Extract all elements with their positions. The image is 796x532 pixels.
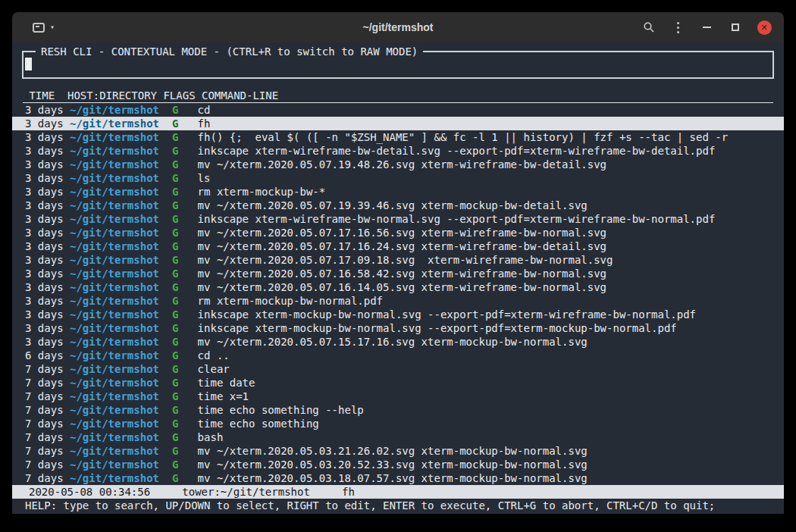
history-row[interactable]: 7 days ~/git/termshot G mv ~/xterm.2020.… xyxy=(12,444,784,458)
history-row[interactable]: 3 days ~/git/termshot G rm xterm-mockup-… xyxy=(12,185,784,199)
time-cell: 3 days xyxy=(25,213,70,225)
search-input[interactable]: RESH CLI - CONTEXTUAL MODE - (CTRL+R to … xyxy=(22,51,774,79)
command-cell: mv ~/xterm.2020.05.07.17.09.18.svg xterm… xyxy=(198,254,613,266)
command-cell: mv ~/xterm.2020.05.03.18.07.57.svg xterm… xyxy=(198,472,588,484)
search-button[interactable] xyxy=(640,18,658,36)
command-cell: bash xyxy=(198,431,224,443)
time-cell: 7 days xyxy=(25,418,70,430)
terminal-screen: RESH CLI - CONTEXTUAL MODE - (CTRL+R to … xyxy=(12,42,784,514)
command-cell: mv ~/xterm.2020.05.03.20.52.33.svg xterm… xyxy=(198,458,588,471)
history-row[interactable]: 3 days ~/git/termshot G mv ~/xterm.2020.… xyxy=(12,280,784,294)
command-cell: inkscape xterm-wireframe-bw-detail.svg -… xyxy=(198,145,716,157)
history-row[interactable]: 3 days ~/git/termshot G mv ~/xterm.2020.… xyxy=(12,239,784,253)
history-row[interactable]: 3 days ~/git/termshot G inkscape xterm-m… xyxy=(12,308,784,321)
time-cell: 3 days xyxy=(25,308,70,321)
kebab-menu-icon xyxy=(677,22,679,33)
command-cell: fh xyxy=(198,117,211,130)
time-cell: 3 days xyxy=(25,254,70,266)
host-cell: ~/git/termshot xyxy=(70,458,172,471)
new-terminal-button[interactable]: ▾ xyxy=(29,20,58,36)
minimize-icon xyxy=(703,27,711,28)
history-row[interactable]: 3 days ~/git/termshot G ls xyxy=(12,171,784,185)
time-cell: 3 days xyxy=(25,240,70,252)
command-cell: mv ~/xterm.2020.05.07.19.39.46.svg xterm… xyxy=(198,199,588,211)
host-cell: ~/git/termshot xyxy=(70,104,172,116)
flag-cell: G xyxy=(172,472,198,484)
history-row[interactable]: 7 days ~/git/termshot G time date xyxy=(12,376,784,390)
history-row[interactable]: 3 days ~/git/termshot G inkscape xterm-m… xyxy=(12,321,784,335)
time-cell: 3 days xyxy=(25,281,70,293)
flag-cell: G xyxy=(172,295,198,307)
command-cell: clear xyxy=(198,363,230,375)
close-button[interactable]: ✕ xyxy=(755,18,773,36)
host-cell: ~/git/termshot xyxy=(70,322,172,334)
history-row[interactable]: 7 days ~/git/termshot G time echo someth… xyxy=(12,403,784,417)
flag-cell: G xyxy=(172,418,198,430)
flag-cell: G xyxy=(172,404,198,416)
history-row[interactable]: 7 days ~/git/termshot G clear xyxy=(12,362,784,376)
command-cell: cd .. xyxy=(198,349,230,361)
minimize-button[interactable] xyxy=(697,18,716,36)
host-cell: ~/git/termshot xyxy=(70,117,172,130)
time-cell: 7 days xyxy=(25,390,70,402)
history-row[interactable]: 3 days ~/git/termshot G inkscape xterm-w… xyxy=(12,144,784,158)
history-row[interactable]: 3 days ~/git/termshot G inkscape xterm-w… xyxy=(12,212,784,226)
history-row[interactable]: 3 days ~/git/termshot G mv ~/xterm.2020.… xyxy=(12,158,784,171)
history-row[interactable]: 7 days ~/git/termshot G bash xyxy=(12,430,784,444)
search-icon xyxy=(643,21,655,33)
time-cell: 7 days xyxy=(25,431,70,443)
history-row[interactable]: 7 days ~/git/termshot G time x=1 xyxy=(12,390,784,403)
history-row[interactable]: 3 days ~/git/termshot G mv ~/xterm.2020.… xyxy=(12,267,784,280)
host-cell: ~/git/termshot xyxy=(70,281,172,293)
command-cell: mv ~/xterm.2020.05.07.17.16.24.svg xterm… xyxy=(198,240,606,252)
host-cell: ~/git/termshot xyxy=(70,158,172,171)
status-bar: 2020-05-08 00:34:56tower:~/git/termshotf… xyxy=(12,485,784,499)
flag-cell: G xyxy=(172,131,198,143)
history-row[interactable]: 6 days ~/git/termshot G cd .. xyxy=(12,349,784,362)
host-cell: ~/git/termshot xyxy=(70,131,172,143)
history-row[interactable]: 3 days ~/git/termshot G rm xterm-mockup-… xyxy=(12,294,784,308)
status-command: fh xyxy=(342,486,355,498)
history-row[interactable]: 7 days ~/git/termshot G mv ~/xterm.2020.… xyxy=(12,471,784,485)
command-cell: time x=1 xyxy=(198,390,249,402)
command-cell: mv ~/xterm.2020.05.07.16.14.05.svg xterm… xyxy=(198,281,606,293)
history-row[interactable]: 7 days ~/git/termshot G time echo someth… xyxy=(12,417,784,430)
history-row[interactable]: 3 days ~/git/termshot G mv ~/xterm.2020.… xyxy=(12,199,784,212)
command-cell: time echo something xyxy=(198,418,319,430)
time-cell: 6 days xyxy=(25,349,70,361)
history-row[interactable]: 3 days ~/git/termshot G mv ~/xterm.2020.… xyxy=(12,226,784,239)
command-cell: cd xyxy=(198,104,211,116)
restore-icon xyxy=(732,23,739,31)
restore-button[interactable] xyxy=(726,18,744,36)
time-cell: 3 days xyxy=(25,295,70,307)
flag-cell: G xyxy=(172,213,198,225)
time-cell: 7 days xyxy=(25,458,70,471)
time-cell: 7 days xyxy=(25,404,70,416)
time-cell: 3 days xyxy=(25,336,70,348)
history-row[interactable]: 3 days ~/git/termshot G cd xyxy=(12,103,784,117)
flag-cell: G xyxy=(172,117,198,130)
command-cell: mv ~/xterm.2020.05.03.21.26.02.svg xterm… xyxy=(198,445,588,457)
mode-legend: RESH CLI - CONTEXTUAL MODE - (CTRL+R to … xyxy=(36,45,423,58)
flag-cell: G xyxy=(172,336,198,348)
time-cell: 7 days xyxy=(25,363,70,375)
history-row[interactable]: 7 days ~/git/termshot G mv ~/xterm.2020.… xyxy=(12,458,784,471)
host-cell: ~/git/termshot xyxy=(70,295,172,307)
host-cell: ~/git/termshot xyxy=(70,390,172,402)
command-cell: mv ~/xterm.2020.05.07.16.58.42.svg xterm… xyxy=(198,268,606,280)
host-cell: ~/git/termshot xyxy=(70,186,172,198)
time-cell: 7 days xyxy=(25,377,70,389)
history-row[interactable]: 3 days ~/git/termshot G fh() {; eval $( … xyxy=(12,130,784,144)
flag-cell: G xyxy=(172,308,198,321)
history-row[interactable]: 3 days ~/git/termshot G mv ~/xterm.2020.… xyxy=(12,253,784,267)
history-row[interactable]: 3 days ~/git/termshot G fh xyxy=(12,117,784,130)
time-cell: 3 days xyxy=(25,145,70,157)
time-cell: 3 days xyxy=(25,158,70,171)
history-row[interactable]: 3 days ~/git/termshot G mv ~/xterm.2020.… xyxy=(12,335,784,349)
flag-cell: G xyxy=(172,145,198,157)
titlebar[interactable]: ▾ ~/git/termshot ✕ xyxy=(12,12,784,42)
host-cell: ~/git/termshot xyxy=(70,445,172,457)
menu-button[interactable] xyxy=(669,18,687,36)
flag-cell: G xyxy=(172,227,198,239)
time-cell: 3 days xyxy=(25,117,70,130)
